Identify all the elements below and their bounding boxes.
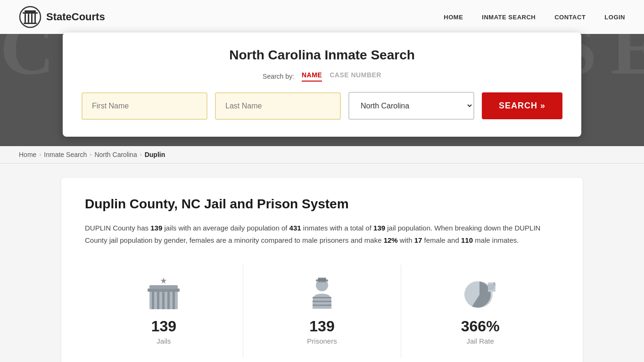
svg-rect-9	[152, 291, 154, 309]
nav-login[interactable]: LOGIN	[604, 14, 625, 21]
svg-rect-14	[148, 288, 180, 292]
description: DUPLIN County has 139 jails with an aver…	[85, 222, 559, 246]
svg-rect-10	[157, 291, 159, 309]
main-content: Duplin County, NC Jail and Prison System…	[0, 164, 644, 362]
search-by-label: Search by:	[263, 73, 294, 80]
desc-intro: DUPLIN County has	[85, 224, 150, 232]
search-button[interactable]: SEARCH »	[482, 92, 562, 119]
content-card: Duplin County, NC Jail and Prison System…	[61, 178, 583, 362]
svg-rect-24	[313, 297, 331, 298]
stat-jails-number: 139	[99, 318, 229, 335]
desc-mid1: jails with an average daily population o…	[162, 224, 289, 232]
desc-avg: 431	[289, 224, 301, 232]
first-name-input[interactable]	[82, 92, 207, 120]
logo-icon	[19, 6, 41, 28]
svg-rect-11	[162, 291, 165, 309]
stat-rate-label: Jail Rate	[415, 337, 545, 345]
breadcrumb-sep-3: ›	[140, 151, 142, 158]
breadcrumb-inmate-search[interactable]: Inmate Search	[44, 151, 87, 158]
header: COURTHOUSE StateCourts HOME INMATE SEARC…	[0, 0, 644, 146]
jail-icon	[99, 274, 229, 312]
desc-mid2: inmates with a total of	[301, 224, 373, 232]
svg-rect-22	[322, 279, 323, 282]
page-heading: Duplin County, NC Jail and Prison System	[85, 197, 559, 212]
svg-rect-21	[321, 279, 322, 282]
svg-rect-12	[167, 291, 170, 309]
svg-rect-2	[23, 12, 38, 14]
stat-rate: 366% Jail Rate	[401, 265, 559, 358]
desc-female: 17	[414, 236, 422, 244]
desc-end: male inmates.	[473, 236, 519, 244]
svg-rect-26	[313, 304, 331, 306]
svg-rect-1	[24, 23, 37, 24]
search-fields: North Carolina Alabama Alaska Arizona Ca…	[82, 92, 562, 120]
svg-rect-23	[324, 279, 325, 282]
svg-marker-16	[161, 278, 167, 284]
nav-links: HOME INMATE SEARCH CONTACT LOGIN	[444, 14, 625, 21]
svg-point-0	[20, 7, 41, 27]
stat-jails: 139 Jails	[85, 265, 243, 358]
svg-rect-6	[31, 14, 33, 23]
breadcrumb-home[interactable]: Home	[19, 151, 36, 158]
svg-rect-15	[149, 285, 178, 289]
top-nav: StateCourts HOME INMATE SEARCH CONTACT L…	[0, 0, 644, 34]
stat-prisoners-label: Prisoners	[257, 337, 387, 345]
desc-male: 110	[461, 236, 473, 244]
last-name-input[interactable]	[215, 92, 341, 120]
breadcrumb-nc[interactable]: North Carolina	[94, 151, 137, 158]
desc-mid5: female and	[422, 236, 461, 244]
breadcrumb-sep-1: ›	[39, 151, 41, 158]
logo-text: StateCourts	[46, 11, 105, 23]
pie-chart-icon	[415, 274, 545, 312]
stat-rate-number: 366%	[415, 318, 545, 335]
svg-rect-7	[34, 14, 36, 23]
search-tab-case[interactable]: CASE NUMBER	[330, 71, 381, 82]
breadcrumb-current: Duplin	[145, 151, 165, 158]
desc-mid4: with	[398, 236, 414, 244]
prisoner-icon	[257, 274, 387, 312]
stats-row: 139 Jails	[85, 265, 559, 358]
svg-rect-13	[173, 291, 175, 309]
nav-inmate-search[interactable]: INMATE SEARCH	[482, 14, 536, 21]
svg-rect-4	[25, 14, 26, 23]
search-tab-name[interactable]: NAME	[302, 71, 322, 82]
svg-rect-20	[319, 279, 320, 282]
logo[interactable]: StateCourts	[19, 6, 105, 28]
desc-pct: 12%	[384, 236, 398, 244]
desc-jails: 139	[150, 224, 162, 232]
svg-rect-25	[313, 301, 331, 302]
nav-contact[interactable]: CONTACT	[554, 14, 586, 21]
stat-jails-label: Jails	[99, 337, 229, 345]
search-by-row: Search by: NAME CASE NUMBER	[82, 71, 562, 82]
svg-rect-3	[25, 10, 36, 12]
desc-total: 139	[373, 224, 385, 232]
stat-prisoners: 139 Prisoners	[243, 265, 402, 358]
search-card-title: North Carolina Inmate Search	[82, 48, 562, 63]
breadcrumb: Home › Inmate Search › North Carolina › …	[0, 146, 644, 164]
breadcrumb-sep-2: ›	[90, 151, 91, 158]
stat-prisoners-number: 139	[257, 318, 387, 335]
state-select[interactable]: North Carolina Alabama Alaska Arizona Ca…	[348, 92, 474, 120]
search-card: North Carolina Inmate Search Search by: …	[63, 33, 581, 137]
nav-home[interactable]: HOME	[444, 14, 463, 21]
svg-rect-5	[28, 14, 29, 23]
